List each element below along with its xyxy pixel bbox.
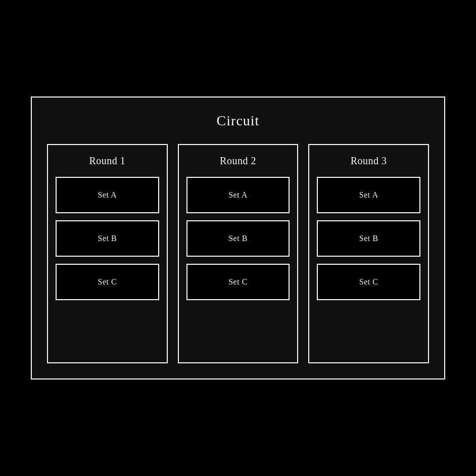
round-1-title: Round 1 — [89, 155, 125, 167]
round-3-set-b-label: Set B — [359, 234, 378, 243]
rounds-container: Round 1 Set A Set B Set C Round 2 Set A … — [47, 144, 429, 363]
round-2-set-c-box[interactable]: Set C — [186, 264, 290, 300]
round-3-set-b-box[interactable]: Set B — [317, 220, 420, 257]
round-2-box: Round 2 Set A Set B Set C — [178, 144, 299, 363]
round-2-set-a-label: Set A — [228, 191, 248, 200]
round-1-set-c-label: Set C — [98, 277, 117, 287]
round-1-set-a-box[interactable]: Set A — [56, 177, 159, 213]
round-1-box: Round 1 Set A Set B Set C — [47, 144, 168, 363]
round-2-set-c-label: Set C — [228, 277, 248, 287]
round-2-set-a-box[interactable]: Set A — [186, 177, 290, 213]
round-3-set-a-label: Set A — [359, 191, 378, 200]
round-3-title: Round 3 — [351, 155, 387, 167]
round-1-set-a-label: Set A — [98, 191, 117, 200]
circuit-container: Circuit Round 1 Set A Set B Set C Round … — [31, 97, 445, 379]
circuit-title: Circuit — [217, 113, 260, 129]
round-1-set-b-label: Set B — [98, 234, 117, 243]
round-1-set-b-box[interactable]: Set B — [56, 220, 159, 257]
round-1-set-c-box[interactable]: Set C — [56, 264, 159, 300]
round-3-set-c-label: Set C — [359, 277, 378, 287]
round-2-title: Round 2 — [220, 155, 256, 167]
round-3-box: Round 3 Set A Set B Set C — [308, 144, 429, 363]
round-3-set-c-box[interactable]: Set C — [317, 264, 420, 300]
round-2-set-b-box[interactable]: Set B — [186, 220, 290, 257]
round-3-set-a-box[interactable]: Set A — [317, 177, 420, 213]
round-2-set-b-label: Set B — [228, 234, 248, 243]
